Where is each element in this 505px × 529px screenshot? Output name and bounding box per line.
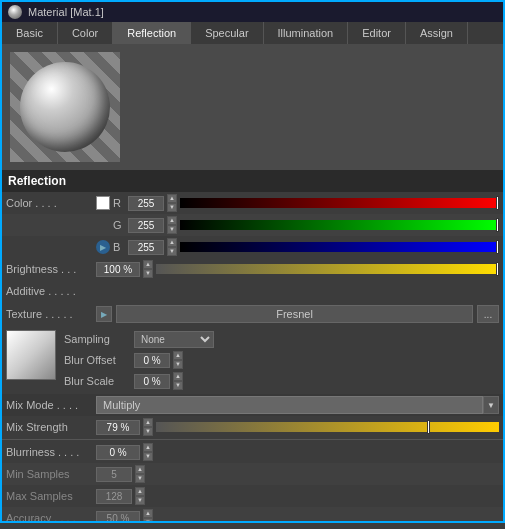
sampling-label: Sampling — [64, 333, 134, 345]
g-slider-handle — [496, 218, 499, 232]
g-spinner[interactable]: ▲▼ — [167, 216, 177, 234]
blurriness-label: Blurriness . . . . — [6, 446, 96, 458]
blurriness-input[interactable] — [96, 445, 140, 460]
blur-offset-input[interactable] — [134, 353, 170, 368]
blur-offset-label: Blur Offset — [64, 354, 134, 366]
r-input[interactable] — [128, 196, 164, 211]
play-icon: ▶ — [101, 310, 107, 319]
blur-offset-spinner[interactable]: ▲▼ — [173, 351, 183, 369]
blur-scale-input[interactable] — [134, 374, 170, 389]
accuracy-label: Accuracy . . . . — [6, 512, 96, 523]
b-slider-handle — [496, 240, 499, 254]
brightness-slider-handle — [496, 262, 499, 276]
texture-row: Texture . . . . . ▶ Fresnel ... — [2, 302, 503, 326]
texture-thumbnail — [6, 330, 56, 380]
max-samples-spinner[interactable]: ▲▼ — [135, 487, 145, 505]
color-label: Color . . . . — [6, 197, 96, 209]
mix-mode-row: Mix Mode . . . . Multiply ▼ — [2, 394, 503, 416]
material-icon — [8, 5, 22, 19]
tab-specular[interactable]: Specular — [191, 22, 263, 44]
additive-row: Additive . . . . . — [2, 280, 503, 302]
g-label: G — [113, 219, 125, 231]
tab-illumination[interactable]: Illumination — [264, 22, 349, 44]
accuracy-row: Accuracy . . . . ▲▼ — [2, 507, 503, 523]
window-title: Material [Mat.1] — [28, 6, 104, 18]
mix-strength-slider[interactable] — [156, 422, 499, 432]
mix-mode-label: Mix Mode . . . . — [6, 399, 96, 411]
tab-color[interactable]: Color — [58, 22, 113, 44]
divider — [2, 439, 503, 440]
g-input[interactable] — [128, 218, 164, 233]
blurriness-spinner[interactable]: ▲▼ — [143, 443, 153, 461]
b-indicator: ▶ — [96, 240, 110, 254]
mix-strength-row: Mix Strength ▲▼ — [2, 416, 503, 438]
r-slider[interactable] — [180, 198, 499, 208]
tab-basic[interactable]: Basic — [2, 22, 58, 44]
additive-label: Additive . . . . . — [6, 285, 96, 297]
sampling-row: Sampling None — [64, 330, 214, 348]
blur-scale-spinner[interactable]: ▲▼ — [173, 372, 183, 390]
mix-strength-spinner[interactable]: ▲▼ — [143, 418, 153, 436]
texture-play-btn[interactable]: ▶ — [96, 306, 112, 322]
mix-mode-control: Multiply ▼ — [96, 396, 499, 414]
brightness-slider[interactable] — [156, 264, 499, 274]
main-content: Reflection Color . . . . R ▲▼ G ▲▼ ▶ B ▲… — [0, 44, 505, 523]
brightness-label: Brightness . . . — [6, 263, 96, 275]
b-row: ▶ B ▲▼ — [2, 236, 503, 258]
section-title: Reflection — [2, 170, 503, 192]
sphere-preview — [10, 52, 120, 162]
b-label: B — [113, 241, 125, 253]
sphere-ball — [20, 62, 110, 152]
min-samples-spinner[interactable]: ▲▼ — [135, 465, 145, 483]
brightness-spinner[interactable]: ▲▼ — [143, 260, 153, 278]
brightness-input[interactable] — [96, 262, 140, 277]
max-samples-input[interactable] — [96, 489, 132, 504]
min-samples-row: Min Samples ▲▼ — [2, 463, 503, 485]
b-spinner[interactable]: ▲▼ — [167, 238, 177, 256]
g-slider[interactable] — [180, 220, 499, 230]
mix-strength-label: Mix Strength — [6, 421, 96, 433]
fresnel-bar[interactable]: Fresnel — [116, 305, 473, 323]
mix-mode-dropdown[interactable]: ▼ — [483, 396, 499, 414]
dots-btn[interactable]: ... — [477, 305, 499, 323]
min-samples-label: Min Samples — [6, 468, 96, 480]
max-samples-label: Max Samples — [6, 490, 96, 502]
mix-mode-value[interactable]: Multiply — [96, 396, 483, 414]
brightness-row: Brightness . . . ▲▼ — [2, 258, 503, 280]
tab-assign[interactable]: Assign — [406, 22, 468, 44]
min-samples-input[interactable] — [96, 467, 132, 482]
fresnel-label: Fresnel — [276, 308, 313, 320]
blurriness-row: Blurriness . . . . ▲▼ — [2, 441, 503, 463]
blur-scale-row: Blur Scale ▲▼ — [64, 372, 214, 390]
g-row: G ▲▼ — [2, 214, 503, 236]
color-swatch[interactable] — [96, 196, 110, 210]
sampling-select[interactable]: None — [134, 331, 214, 348]
tab-bar: Basic Color Reflection Specular Illumina… — [0, 22, 505, 44]
b-input[interactable] — [128, 240, 164, 255]
r-slider-handle — [496, 196, 499, 210]
r-spinner[interactable]: ▲▼ — [167, 194, 177, 212]
blur-scale-label: Blur Scale — [64, 375, 134, 387]
mix-strength-input[interactable] — [96, 420, 140, 435]
accuracy-input[interactable] — [96, 511, 140, 524]
b-slider[interactable] — [180, 242, 499, 252]
texture-params: Sampling None Blur Offset ▲▼ Blur Scale … — [64, 330, 214, 390]
r-label: R — [113, 197, 125, 209]
mix-strength-handle — [427, 420, 430, 434]
max-samples-row: Max Samples ▲▼ — [2, 485, 503, 507]
tab-reflection[interactable]: Reflection — [113, 22, 191, 44]
texture-label: Texture . . . . . — [6, 308, 96, 320]
texture-detail-area: Sampling None Blur Offset ▲▼ Blur Scale … — [2, 326, 503, 394]
title-bar: Material [Mat.1] — [0, 0, 505, 22]
tab-editor[interactable]: Editor — [348, 22, 406, 44]
blur-offset-row: Blur Offset ▲▼ — [64, 351, 214, 369]
color-row: Color . . . . R ▲▼ — [2, 192, 503, 214]
preview-area — [2, 44, 503, 170]
accuracy-spinner[interactable]: ▲▼ — [143, 509, 153, 523]
